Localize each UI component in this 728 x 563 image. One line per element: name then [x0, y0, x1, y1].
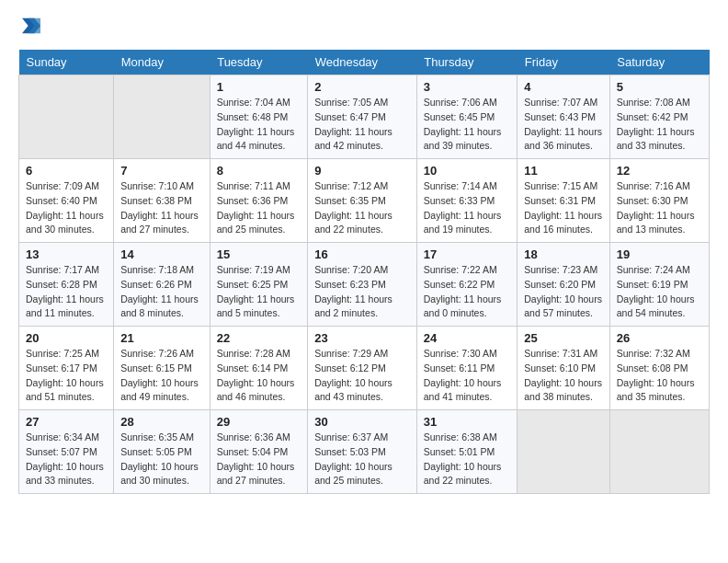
day-number: 13 [26, 247, 107, 261]
day-number: 24 [424, 331, 511, 345]
calendar-cell: 13 Sunrise: 7:17 AMSunset: 6:28 PMDaylig… [19, 243, 114, 327]
calendar-cell: 23 Sunrise: 7:29 AMSunset: 6:12 PMDaylig… [308, 327, 417, 410]
calendar-cell: 29 Sunrise: 6:36 AMSunset: 5:04 PMDaylig… [210, 410, 308, 494]
logo [18, 18, 40, 35]
calendar-cell: 14 Sunrise: 7:18 AMSunset: 6:26 PMDaylig… [114, 243, 210, 327]
calendar-cell: 20 Sunrise: 7:25 AMSunset: 6:17 PMDaylig… [19, 327, 114, 410]
day-info: Sunrise: 7:15 AMSunset: 6:31 PMDaylight:… [524, 180, 602, 235]
calendar-week-row: 27 Sunrise: 6:34 AMSunset: 5:07 PMDaylig… [19, 410, 710, 494]
day-info: Sunrise: 7:10 AMSunset: 6:38 PMDaylight:… [120, 180, 199, 235]
calendar-cell: 26 Sunrise: 7:32 AMSunset: 6:08 PMDaylig… [609, 327, 709, 410]
day-info: Sunrise: 7:20 AMSunset: 6:23 PMDaylight:… [314, 264, 392, 318]
calendar-cell: 19 Sunrise: 7:24 AMSunset: 6:19 PMDaylig… [609, 243, 709, 327]
calendar-cell: 18 Sunrise: 7:23 AMSunset: 6:20 PMDaylig… [518, 243, 609, 327]
day-number: 15 [217, 247, 301, 261]
weekday-header: Wednesday [308, 50, 417, 75]
calendar-cell: 5 Sunrise: 7:08 AMSunset: 6:42 PMDayligh… [609, 75, 709, 159]
calendar-week-row: 6 Sunrise: 7:09 AMSunset: 6:40 PMDayligh… [19, 159, 710, 243]
day-info: Sunrise: 7:30 AMSunset: 6:11 PMDaylight:… [424, 348, 502, 402]
calendar-cell: 1 Sunrise: 7:04 AMSunset: 6:48 PMDayligh… [210, 75, 308, 159]
day-info: Sunrise: 7:29 AMSunset: 6:12 PMDaylight:… [314, 348, 392, 402]
calendar-cell: 4 Sunrise: 7:07 AMSunset: 6:43 PMDayligh… [518, 75, 609, 159]
day-number: 20 [26, 331, 107, 345]
day-info: Sunrise: 7:26 AMSunset: 6:15 PMDaylight:… [120, 348, 199, 402]
day-info: Sunrise: 7:25 AMSunset: 6:17 PMDaylight:… [26, 348, 104, 402]
calendar-cell: 24 Sunrise: 7:30 AMSunset: 6:11 PMDaylig… [416, 327, 518, 410]
calendar-week-row: 13 Sunrise: 7:17 AMSunset: 6:28 PMDaylig… [19, 243, 710, 327]
day-info: Sunrise: 7:24 AMSunset: 6:19 PMDaylight:… [617, 264, 695, 318]
calendar-cell: 27 Sunrise: 6:34 AMSunset: 5:07 PMDaylig… [19, 410, 114, 494]
calendar-cell: 28 Sunrise: 6:35 AMSunset: 5:05 PMDaylig… [114, 410, 210, 494]
day-info: Sunrise: 7:07 AMSunset: 6:43 PMDaylight:… [524, 97, 602, 151]
day-number: 17 [424, 247, 511, 261]
day-info: Sunrise: 7:16 AMSunset: 6:30 PMDaylight:… [617, 180, 695, 235]
day-info: Sunrise: 7:31 AMSunset: 6:10 PMDaylight:… [524, 348, 602, 402]
day-info: Sunrise: 6:38 AMSunset: 5:01 PMDaylight:… [424, 431, 502, 486]
day-info: Sunrise: 7:11 AMSunset: 6:36 PMDaylight:… [217, 180, 295, 235]
weekday-header: Sunday [19, 50, 114, 75]
calendar-cell: 25 Sunrise: 7:31 AMSunset: 6:10 PMDaylig… [518, 327, 609, 410]
day-info: Sunrise: 7:22 AMSunset: 6:22 PMDaylight:… [424, 264, 502, 318]
day-info: Sunrise: 7:23 AMSunset: 6:20 PMDaylight:… [524, 264, 602, 318]
calendar-cell: 31 Sunrise: 6:38 AMSunset: 5:01 PMDaylig… [416, 410, 518, 494]
day-number: 8 [217, 164, 301, 178]
calendar-cell: 12 Sunrise: 7:16 AMSunset: 6:30 PMDaylig… [609, 159, 709, 243]
day-number: 3 [424, 80, 511, 94]
calendar-week-row: 20 Sunrise: 7:25 AMSunset: 6:17 PMDaylig… [19, 327, 710, 410]
day-number: 7 [120, 164, 203, 178]
calendar-cell [114, 75, 210, 159]
day-number: 12 [617, 164, 702, 178]
calendar-cell: 22 Sunrise: 7:28 AMSunset: 6:14 PMDaylig… [210, 327, 308, 410]
day-number: 22 [217, 331, 301, 345]
calendar-cell: 16 Sunrise: 7:20 AMSunset: 6:23 PMDaylig… [308, 243, 417, 327]
calendar-cell [609, 410, 709, 494]
calendar-cell: 15 Sunrise: 7:19 AMSunset: 6:25 PMDaylig… [210, 243, 308, 327]
day-info: Sunrise: 7:05 AMSunset: 6:47 PMDaylight:… [314, 97, 392, 151]
day-number: 31 [424, 415, 511, 429]
calendar-cell: 2 Sunrise: 7:05 AMSunset: 6:47 PMDayligh… [308, 75, 417, 159]
day-info: Sunrise: 6:35 AMSunset: 5:05 PMDaylight:… [120, 431, 199, 486]
calendar-cell: 10 Sunrise: 7:14 AMSunset: 6:33 PMDaylig… [416, 159, 518, 243]
day-number: 29 [217, 415, 301, 429]
day-number: 6 [26, 164, 107, 178]
day-number: 18 [524, 247, 602, 261]
day-number: 28 [120, 415, 203, 429]
day-info: Sunrise: 7:19 AMSunset: 6:25 PMDaylight:… [217, 264, 295, 318]
day-info: Sunrise: 7:32 AMSunset: 6:08 PMDaylight:… [617, 348, 695, 402]
day-number: 5 [617, 80, 702, 94]
calendar-cell: 17 Sunrise: 7:22 AMSunset: 6:22 PMDaylig… [416, 243, 518, 327]
calendar-cell: 6 Sunrise: 7:09 AMSunset: 6:40 PMDayligh… [19, 159, 114, 243]
calendar-cell: 8 Sunrise: 7:11 AMSunset: 6:36 PMDayligh… [210, 159, 308, 243]
day-number: 23 [314, 331, 410, 345]
day-info: Sunrise: 7:09 AMSunset: 6:40 PMDaylight:… [26, 180, 104, 235]
day-info: Sunrise: 7:18 AMSunset: 6:26 PMDaylight:… [120, 264, 199, 318]
day-info: Sunrise: 6:37 AMSunset: 5:03 PMDaylight:… [314, 431, 392, 486]
weekday-header: Monday [114, 50, 210, 75]
calendar-cell: 3 Sunrise: 7:06 AMSunset: 6:45 PMDayligh… [416, 75, 518, 159]
calendar-week-row: 1 Sunrise: 7:04 AMSunset: 6:48 PMDayligh… [19, 75, 710, 159]
day-number: 4 [524, 80, 602, 94]
day-number: 27 [26, 415, 107, 429]
calendar-cell: 9 Sunrise: 7:12 AMSunset: 6:35 PMDayligh… [308, 159, 417, 243]
weekday-header: Friday [518, 50, 609, 75]
day-number: 30 [314, 415, 410, 429]
calendar-cell: 11 Sunrise: 7:15 AMSunset: 6:31 PMDaylig… [518, 159, 609, 243]
day-info: Sunrise: 7:17 AMSunset: 6:28 PMDaylight:… [26, 264, 104, 318]
day-number: 25 [524, 331, 602, 345]
day-info: Sunrise: 7:12 AMSunset: 6:35 PMDaylight:… [314, 180, 392, 235]
calendar-table: SundayMondayTuesdayWednesdayThursdayFrid… [18, 50, 710, 494]
day-number: 21 [120, 331, 203, 345]
weekday-header: Saturday [609, 50, 709, 75]
day-number: 11 [524, 164, 602, 178]
calendar-header-row: SundayMondayTuesdayWednesdayThursdayFrid… [19, 50, 710, 75]
day-number: 9 [314, 164, 410, 178]
calendar-cell: 21 Sunrise: 7:26 AMSunset: 6:15 PMDaylig… [114, 327, 210, 410]
day-info: Sunrise: 7:28 AMSunset: 6:14 PMDaylight:… [217, 348, 295, 402]
day-number: 2 [314, 80, 410, 94]
day-info: Sunrise: 7:04 AMSunset: 6:48 PMDaylight:… [217, 97, 295, 151]
day-number: 19 [617, 247, 702, 261]
day-info: Sunrise: 7:06 AMSunset: 6:45 PMDaylight:… [424, 97, 502, 151]
calendar-cell [518, 410, 609, 494]
logo-arrow-icon [22, 17, 40, 35]
day-info: Sunrise: 6:36 AMSunset: 5:04 PMDaylight:… [217, 431, 295, 486]
